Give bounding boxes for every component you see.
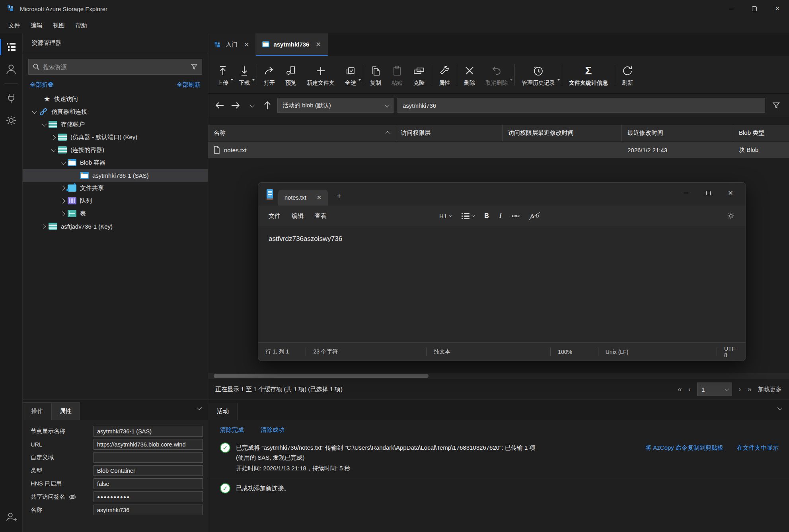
notepad-settings-icon[interactable] [727,212,741,220]
tree-item-attached-containers[interactable]: (连接的容器) [23,144,208,156]
notepad-editor[interactable]: astfvrdz736aszoiswy736 [258,226,746,342]
notepad-menu-file[interactable]: 文件 [263,210,286,222]
tab-activities[interactable]: 活动 [208,403,238,420]
load-more-link[interactable]: 加载更多 [758,386,782,393]
menu-edit[interactable]: 编辑 [25,19,48,32]
list-filter-icon[interactable] [769,98,783,113]
chevron-right-icon[interactable] [60,186,65,191]
eye-slash-icon[interactable] [68,494,76,500]
tree-item-storage-accounts[interactable]: 存储帐户 [23,118,208,131]
chevron-down-icon[interactable] [32,109,37,114]
heading-style-button[interactable]: H1 [436,211,455,221]
explorer-rail-icon[interactable] [0,36,23,58]
new-folder-button[interactable]: 新建文件夹 [302,58,340,91]
close-button[interactable]: × [766,0,789,17]
back-icon[interactable] [214,99,226,111]
tree-item-blob-containers[interactable]: Blob 容器 [23,156,208,169]
name-field[interactable] [94,505,203,515]
bold-button[interactable]: B [481,210,493,221]
chevron-down-icon[interactable] [51,147,56,152]
new-tab-icon[interactable]: ＋ [335,190,343,201]
properties-button[interactable]: 属性 [434,58,455,91]
column-name[interactable]: 名称 [208,125,395,141]
copy-button[interactable]: 复制 [365,58,386,91]
notepad-maximize-button[interactable] [697,185,719,201]
preview-button[interactable]: 预览 [280,58,302,91]
url-field[interactable] [94,439,203,450]
paste-button[interactable]: 粘贴 [386,58,408,91]
clear-formatting-button[interactable]: Ab [526,211,542,221]
tab-properties[interactable]: 属性 [51,402,80,420]
sas-field[interactable] [94,491,203,502]
last-page-button[interactable]: » [747,385,752,394]
close-tab-icon[interactable]: ✕ [244,41,249,49]
list-style-button[interactable] [458,211,477,221]
search-input[interactable] [43,64,191,70]
notepad-minimize-button[interactable] [675,185,697,201]
tree-item-asftjadv736-1[interactable]: asftjadv736-1 (Key) [23,220,208,233]
history-dropdown-icon[interactable] [245,99,257,111]
collapse-panel-icon[interactable] [197,405,202,410]
tab-actions[interactable]: 操作 [23,402,51,420]
chevron-right-icon[interactable] [41,224,46,229]
tree-item-asytmhki736-1[interactable]: asytmhki736-1 (SAS) [23,169,208,182]
notepad-tab-notes[interactable]: notes.txt ✕ [278,190,328,206]
table-row-notes-txt[interactable]: notes.txt 2026/1/2 21:43 块 Blob [208,142,789,158]
horizontal-scrollbar[interactable] [208,373,789,379]
minimize-button[interactable] [720,0,743,17]
hns-enabled-field[interactable] [94,478,203,489]
settings-rail-icon[interactable] [0,109,23,132]
download-button[interactable]: 下载 [234,58,255,91]
menu-file[interactable]: 文件 [3,19,25,32]
tree-item-emulators[interactable]: 仿真器和连接 [23,105,208,118]
clone-button[interactable]: 克隆 [408,58,430,91]
refresh-button[interactable]: 刷新 [617,58,638,91]
account-rail-icon[interactable] [0,58,23,80]
notepad-close-button[interactable]: ✕ [719,185,742,201]
manage-history-button[interactable]: 管理历史记录 [516,58,560,91]
close-tab-icon[interactable]: ✕ [316,41,321,48]
folder-statistics-button[interactable]: Σ 文件夹统计信息 [564,58,613,91]
italic-button[interactable]: I [496,210,505,222]
tree-item-queues[interactable]: 队列 [23,194,208,207]
undelete-button[interactable]: 取消删除 [480,58,513,91]
prev-page-button[interactable]: ‹ [688,385,691,394]
chevron-right-icon[interactable] [60,211,65,216]
show-in-folder-link[interactable]: 在文件夹中显示 [737,443,779,452]
dropdown-caret[interactable] [557,79,560,81]
collapse-activities-icon[interactable] [777,405,783,410]
search-filter-icon[interactable] [191,63,198,70]
next-page-button[interactable]: › [738,385,741,394]
menu-help[interactable]: 帮助 [70,19,92,32]
menu-view[interactable]: 视图 [48,19,70,32]
tree-item-tables[interactable]: 表 [23,207,208,220]
clear-successful-link[interactable]: 清除成功 [261,426,284,434]
chevron-down-icon[interactable] [61,159,66,165]
node-display-name-field[interactable] [94,426,203,437]
feedback-rail-icon[interactable] [0,506,23,528]
column-blob-type[interactable]: Blob 类型 [733,125,789,141]
connect-rail-icon[interactable] [0,87,23,109]
select-all-button[interactable]: 全选 [340,58,361,91]
insert-link-button[interactable] [508,211,523,221]
delete-button[interactable]: 删除 [459,58,480,91]
clear-completed-link[interactable]: 清除完成 [220,426,244,434]
notepad-window[interactable]: notes.txt ✕ ＋ ✕ 文件 编辑 查看 H1 [258,182,746,361]
path-input[interactable] [397,98,765,113]
chevron-right-icon[interactable] [51,135,56,140]
tree-item-file-shares[interactable]: 文件共享 [23,182,208,194]
notepad-menu-view[interactable]: 查看 [309,210,332,222]
column-access-tier[interactable]: 访问权限层 [395,125,503,141]
open-button[interactable]: 打开 [259,58,280,91]
custom-domain-field[interactable] [94,452,203,463]
collapse-all-link[interactable]: 全部折叠 [30,81,54,89]
dropdown-caret[interactable] [358,79,361,81]
chevron-down-icon[interactable] [42,121,47,126]
dropdown-caret[interactable] [510,79,513,81]
page-select[interactable]: 1 [697,382,732,396]
notepad-menu-edit[interactable]: 编辑 [286,210,309,222]
chevron-right-icon[interactable] [60,198,65,204]
copy-azcopy-link[interactable]: 将 AzCopy 命令复制到剪贴板 [645,443,723,452]
column-access-tier-modified[interactable]: 访问权限层最近修改时间 [503,125,622,141]
resource-search[interactable] [28,59,202,75]
